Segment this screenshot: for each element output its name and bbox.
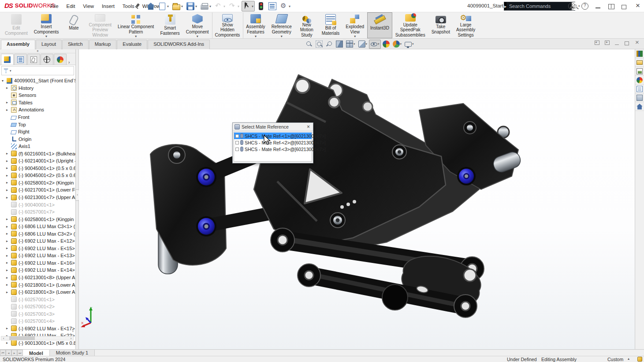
configuration-arrow-icon[interactable]: ▴ [628, 357, 629, 361]
quick-access-button[interactable]: ▾ [279, 1, 292, 11]
tree-item[interactable]: ▸ (-) 60258001<2> (Kingpin Spac [0, 179, 75, 187]
menu-item[interactable]: Insert [98, 0, 119, 12]
expand-arrow-icon[interactable]: ▸ [6, 151, 11, 155]
ribbon-button[interactable]: Mate ▾ [62, 12, 86, 38]
expand-arrow-icon[interactable]: ▸ [6, 196, 11, 199]
tree-item[interactable]: ▸ (-) 6902 LLU Max - E<14> (Ø 1: [0, 266, 75, 274]
document-tab[interactable]: Model [23, 350, 50, 356]
view-toolbar-button[interactable]: ▾ [345, 40, 357, 49]
window-control-icon[interactable] [608, 3, 615, 10]
graphics-area[interactable]: Y X [79, 49, 635, 349]
scroll-left-icon[interactable]: ‹ [1, 336, 6, 340]
document-window-icon[interactable] [625, 40, 630, 45]
status-tag-icon[interactable] [637, 357, 642, 362]
tree-item[interactable]: ▸ (-) 6902 LLU Max - E<13> (Ø 1: [0, 252, 75, 259]
tree-item[interactable]: ▸ (-) 60257001<7> [0, 208, 75, 216]
expand-arrow-icon[interactable]: ▸ [6, 232, 11, 236]
expand-arrow-icon[interactable]: ▸ [6, 100, 11, 104]
expand-arrow-icon[interactable]: ▸ [6, 261, 11, 265]
document-window-icon[interactable] [604, 40, 610, 45]
expand-arrow-icon[interactable]: ▸ [6, 181, 11, 185]
expand-arrow-icon[interactable]: ▸ [6, 188, 11, 192]
quick-access-button[interactable]: ▾ [267, 1, 278, 11]
tree-item[interactable]: ▸ (-) 60217001<1> (Lower Frame [0, 186, 75, 194]
expand-arrow-icon[interactable]: ▸ [6, 283, 11, 287]
tree-filter[interactable]: ▾ [1, 66, 74, 75]
tree-item[interactable]: ▸ (-) 90045001<2> (0.5 x 0.6 x 1 E [0, 172, 75, 179]
ribbon-button[interactable]: Update SpeedPak Subassemblies ▾ [392, 12, 428, 38]
quick-access-button[interactable]: ▾ [185, 1, 198, 11]
expand-arrow-icon[interactable]: ▸ [6, 108, 11, 112]
ribbon-button[interactable]: Move Component ▾ [183, 12, 212, 38]
expand-arrow-icon[interactable]: ▸ [6, 174, 11, 177]
quick-access-button[interactable]: ▾ [171, 1, 184, 11]
tree-item[interactable]: ▸ (-) 90045001<1> (0.5 x 0.6 x 1 E [0, 165, 75, 172]
ribbon-button[interactable]: Edit Component ▾ [2, 12, 31, 38]
tree-item[interactable]: ▸ (-) 60213001<8> (Upper Articu [0, 274, 75, 281]
tree-root[interactable]: ▾ 40099001_Start (Front End Sub Asse [0, 77, 75, 85]
window-control-icon[interactable] [621, 3, 628, 10]
ribbon-button[interactable]: Take Snapshot ▾ [428, 12, 453, 38]
tab-nav-icon[interactable]: ▸ [11, 350, 17, 356]
command-tab[interactable]: Markup [89, 40, 117, 49]
task-pane-button[interactable] [635, 58, 644, 67]
expand-arrow-icon[interactable]: ▸ [6, 276, 11, 280]
tree-item[interactable]: ▸ (-) 6806 LLU Max C3<2> (Beari [0, 230, 75, 237]
panel-tab[interactable] [41, 54, 53, 65]
ribbon-button[interactable]: Assembly Features ▾ [243, 12, 268, 38]
tree-item[interactable]: ▸ Top [0, 121, 75, 128]
task-pane-button[interactable] [635, 49, 644, 58]
configuration-selector[interactable]: Custom [607, 357, 623, 362]
mate-reference-item[interactable]: SHCS - Mate Ref-<2>@[60213001<7>] [234, 139, 312, 146]
tree-item[interactable]: ▸ (-) 60257001<1> [0, 296, 75, 303]
task-pane-button[interactable] [635, 67, 644, 76]
ribbon-button[interactable]: Insert Components ▾ [31, 12, 62, 38]
menu-item[interactable]: View [79, 0, 98, 12]
quick-access-button[interactable]: ▾ [213, 1, 227, 11]
view-toolbar-button[interactable]: ▾ [357, 40, 369, 49]
search-commands-box[interactable]: ▸ ▾ [504, 2, 575, 11]
tree-item[interactable]: ▸ Right [0, 128, 75, 136]
view-toolbar-button[interactable]: ▾ [391, 40, 403, 49]
panel-tab[interactable] [14, 54, 27, 65]
command-tab[interactable]: Layout [36, 40, 62, 49]
tree-item[interactable]: ▸ (-) 6806 LLU Max C3<1> (Beari [0, 223, 75, 230]
window-control-icon[interactable] [595, 3, 602, 10]
tree-item[interactable]: ▸ Tables [0, 99, 75, 107]
tree-item[interactable]: ▸ Annotations [0, 106, 75, 114]
panel-tab[interactable] [54, 54, 67, 65]
tree-item[interactable]: ▸ Front [0, 114, 75, 121]
task-pane-button[interactable] [635, 93, 644, 102]
task-pane-button[interactable] [635, 102, 644, 111]
expand-arrow-icon[interactable]: ▸ [6, 290, 11, 294]
expand-arrow-icon[interactable]: ▸ [6, 225, 11, 229]
mate-reference-item[interactable]: SHCS - Mate Ref-<1>@[60213001<7>] [234, 133, 312, 139]
scroll-right-icon[interactable]: › [69, 336, 73, 340]
tree-item[interactable]: ▸ History [0, 85, 75, 92]
tree-item[interactable]: ▸ Sensors [0, 92, 75, 99]
tree-item[interactable]: ▸ (-) 60213001<7> (Upper Articu [0, 194, 75, 201]
expand-arrow-icon[interactable]: ▸ [6, 159, 11, 163]
quick-access-button[interactable]: ▾ [242, 1, 255, 11]
expand-arrow-icon[interactable]: ▸ [6, 341, 11, 345]
window-control-icon[interactable] [568, 3, 575, 10]
panel-tab[interactable] [1, 54, 14, 65]
dialog-close-icon[interactable]: × [305, 124, 311, 130]
ribbon-button[interactable]: Smart Fasteners ▾ [157, 12, 182, 38]
ribbon-button[interactable]: Large Assembly Settings ▾ [453, 12, 478, 38]
filter-dropdown-icon[interactable]: ▾ [10, 69, 11, 73]
ribbon-button[interactable]: Bill of Materials ▾ [319, 12, 343, 38]
command-tab[interactable]: Evaluate [117, 40, 147, 49]
view-toolbar-button[interactable]: ▾ [335, 40, 344, 49]
expand-arrow-icon[interactable]: ▸ [6, 217, 11, 221]
ribbon-button[interactable]: Exploded View ▾ [342, 12, 367, 38]
tree-item[interactable]: ▸ (-) 60257001<3> [0, 310, 75, 318]
tree-item[interactable]: ▸ Origin [0, 135, 75, 143]
tree-item[interactable]: ▸ (f) 60216001<1> (Bulkhead) [0, 150, 75, 157]
mate-reference-item[interactable]: SHCS - Mate Ref-<3>@[60213001<7>] [234, 146, 312, 152]
document-tab[interactable]: Motion Study 1 [50, 350, 95, 356]
tree-item[interactable]: ▸ (-) 6902 LLU Max - E<15> (Ø 1: [0, 245, 75, 252]
view-toolbar-button[interactable]: ▾ [324, 40, 334, 49]
quick-access-button[interactable]: ▾ [145, 1, 156, 11]
menu-item[interactable]: Edit [63, 0, 79, 12]
